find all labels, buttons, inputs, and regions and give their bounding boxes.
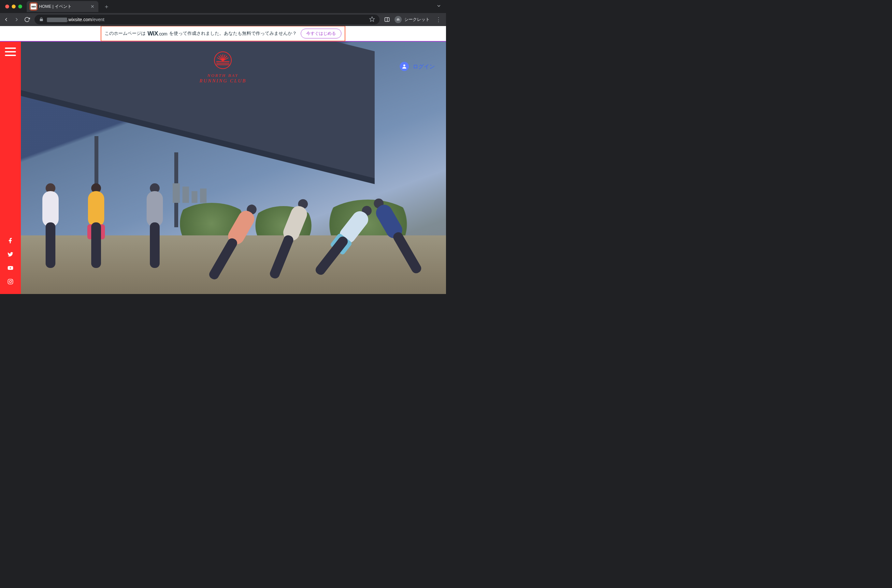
chrome-right-controls: シークレット ⋮ <box>384 16 443 23</box>
browser-chrome: WiX HOME | イベント ✕ ＋ .wixsite.com/event <box>0 0 446 26</box>
tab-favicon: WiX <box>31 4 36 9</box>
url-input[interactable]: .wixsite.com/event <box>35 15 379 24</box>
wix-banner-text-after: を使って作成されました。あなたも無料で作ってみませんか？ <box>169 31 297 36</box>
tab-bar: WiX HOME | イベント ✕ ＋ <box>0 0 446 13</box>
new-tab-button[interactable]: ＋ <box>101 3 112 10</box>
window-zoom-button[interactable] <box>18 4 22 9</box>
user-avatar-icon <box>400 62 409 71</box>
nav-forward-button[interactable] <box>14 16 20 22</box>
svg-point-4 <box>399 19 400 21</box>
logo-sunrise-icon <box>214 51 232 69</box>
logo-text-line2: RUNNING CLUB <box>200 78 247 84</box>
side-rail <box>0 42 21 294</box>
nav-back-button[interactable] <box>3 16 9 22</box>
svg-point-6 <box>9 280 12 283</box>
youtube-icon[interactable] <box>7 265 14 271</box>
chrome-menu-button[interactable]: ⋮ <box>434 16 443 23</box>
logo-text-line1: NORTH BAY <box>200 73 247 78</box>
url-redacted-segment <box>47 18 67 22</box>
window-controls <box>3 4 24 9</box>
svg-point-8 <box>403 64 405 66</box>
facebook-icon[interactable] <box>7 237 14 244</box>
tab-title: HOME | イベント <box>39 4 72 9</box>
login-label: ログイン <box>413 63 435 70</box>
menu-hamburger-button[interactable] <box>5 48 16 56</box>
tabs-dropdown-button[interactable] <box>436 3 446 10</box>
window-close-button[interactable] <box>5 4 9 9</box>
svg-point-3 <box>397 19 398 21</box>
incognito-label: シークレット <box>404 16 430 22</box>
site-logo[interactable]: NORTH BAY RUNNING CLUB <box>200 51 247 84</box>
lock-icon <box>39 17 44 22</box>
window-minimize-button[interactable] <box>12 4 16 9</box>
login-button[interactable]: ログイン <box>400 62 435 71</box>
wix-banner-text-before: このホームページは <box>105 31 146 36</box>
incognito-indicator[interactable]: シークレット <box>394 16 430 23</box>
panel-toggle-button[interactable] <box>384 16 390 22</box>
hero-section: NORTH BAY RUNNING CLUB ログイン <box>0 42 446 294</box>
svg-marker-0 <box>370 16 375 21</box>
page-viewport: このホームページは WiX.com を使って作成されました。あなたも無料で作って… <box>0 26 446 294</box>
twitter-icon[interactable] <box>7 251 14 258</box>
url-text: .wixsite.com/event <box>47 17 104 22</box>
svg-point-7 <box>12 280 12 280</box>
bookmark-star-button[interactable] <box>369 16 375 23</box>
instagram-icon[interactable] <box>7 278 14 285</box>
wix-banner-highlight: このホームページは WiX.com を使って作成されました。あなたも無料で作って… <box>101 26 345 41</box>
incognito-icon <box>394 16 402 23</box>
address-bar: .wixsite.com/event シークレット ⋮ <box>0 13 446 26</box>
browser-tab[interactable]: WiX HOME | イベント ✕ <box>27 1 98 12</box>
social-links <box>7 237 14 294</box>
nav-reload-button[interactable] <box>24 16 30 22</box>
wix-start-now-button[interactable]: 今すぐはじめる <box>301 28 341 38</box>
wix-free-banner: このホームページは WiX.com を使って作成されました。あなたも無料で作って… <box>0 26 446 41</box>
tab-close-button[interactable]: ✕ <box>90 4 95 9</box>
wix-logo-icon: WiX.com <box>147 30 167 37</box>
